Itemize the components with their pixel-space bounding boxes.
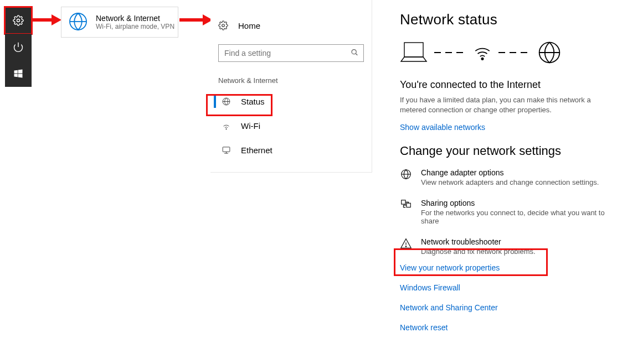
windows-icon	[13, 68, 24, 79]
svg-point-13	[226, 128, 227, 129]
start-power-button[interactable]	[5, 34, 32, 60]
arrow-annotation	[32, 13, 61, 27]
active-indicator	[214, 95, 216, 108]
nav-item-wifi[interactable]: Wi-Fi	[210, 113, 372, 138]
view-properties-link[interactable]: View your network properties	[400, 263, 610, 272]
svg-point-18	[481, 58, 483, 60]
svg-rect-14	[223, 147, 230, 152]
setting-title: Change adapter options	[421, 168, 599, 177]
svg-point-26	[405, 246, 406, 247]
globe-icon	[222, 97, 231, 106]
network-troubleshooter-button[interactable]: Network troubleshooter Diagnose and fix …	[400, 237, 610, 256]
gear-icon	[13, 15, 24, 26]
content-panel: Network status You're connected to the I…	[400, 11, 610, 343]
svg-rect-17	[404, 43, 423, 57]
nav-item-label: Ethernet	[241, 145, 272, 155]
gear-icon	[218, 20, 228, 30]
arrow-annotation	[179, 13, 213, 27]
connection-line	[498, 52, 531, 53]
network-diagram	[400, 40, 610, 65]
show-networks-link[interactable]: Show available networks	[400, 123, 610, 132]
svg-marker-3	[52, 14, 61, 25]
settings-nav-panel: Home Network & Internet Status Wi-Fi Eth…	[210, 0, 372, 173]
nav-home-button[interactable]: Home	[210, 14, 372, 37]
globe-icon	[68, 12, 88, 33]
nav-item-ethernet[interactable]: Ethernet	[210, 138, 372, 162]
nav-item-status[interactable]: Status	[210, 89, 372, 113]
globe-icon	[537, 40, 562, 65]
svg-point-0	[17, 19, 20, 22]
setting-title: Sharing options	[421, 199, 610, 207]
change-adapter-button[interactable]: Change adapter options View network adap…	[400, 168, 610, 186]
category-subtitle: Wi-Fi, airplane mode, VPN	[96, 23, 174, 30]
laptop-icon	[400, 40, 428, 65]
connected-body: If you have a limited data plan, you can…	[400, 95, 610, 115]
page-title: Network status	[400, 11, 610, 28]
svg-point-9	[352, 50, 356, 54]
nav-item-label: Status	[241, 97, 265, 106]
ethernet-icon	[222, 145, 231, 155]
svg-point-8	[222, 24, 225, 27]
setting-subtitle: View network adapters and change connect…	[421, 178, 599, 186]
search-icon	[351, 49, 358, 58]
start-sidebar	[5, 7, 32, 87]
category-text: Network & Internet Wi-Fi, airplane mode,…	[96, 14, 174, 30]
sharing-icon	[400, 199, 412, 225]
power-icon	[13, 41, 24, 53]
sharing-options-button[interactable]: Sharing options For the networks you con…	[400, 199, 610, 225]
network-reset-link[interactable]: Network reset	[400, 323, 610, 332]
svg-line-10	[356, 54, 357, 55]
network-sharing-center-link[interactable]: Network and Sharing Center	[400, 303, 610, 312]
svg-rect-23	[402, 200, 405, 204]
start-settings-button[interactable]	[5, 7, 32, 34]
settings-category-network[interactable]: Network & Internet Wi-Fi, airplane mode,…	[61, 7, 178, 38]
start-windows-button[interactable]	[5, 60, 32, 87]
setting-subtitle: Diagnose and fix network problems.	[421, 247, 536, 256]
setting-subtitle: For the networks you connect to, decide …	[421, 209, 610, 225]
connection-line	[434, 52, 466, 53]
settings-search	[218, 44, 364, 62]
nav-home-label: Home	[238, 21, 260, 30]
windows-firewall-link[interactable]: Windows Firewall	[400, 283, 610, 292]
nav-item-label: Wi-Fi	[241, 121, 260, 131]
settings-search-input[interactable]	[218, 44, 364, 62]
setting-title: Network troubleshooter	[421, 237, 536, 246]
globe-icon	[400, 168, 412, 186]
nav-section-label: Network & Internet	[210, 62, 372, 89]
network-links: View your network properties Windows Fir…	[400, 263, 610, 332]
change-settings-heading: Change your network settings	[400, 144, 610, 158]
category-title: Network & Internet	[96, 14, 174, 23]
wifi-icon	[222, 121, 231, 131]
connected-heading: You're connected to the Internet	[400, 79, 610, 91]
svg-rect-24	[407, 204, 410, 207]
wifi-icon	[473, 43, 492, 62]
warning-icon	[400, 237, 412, 256]
